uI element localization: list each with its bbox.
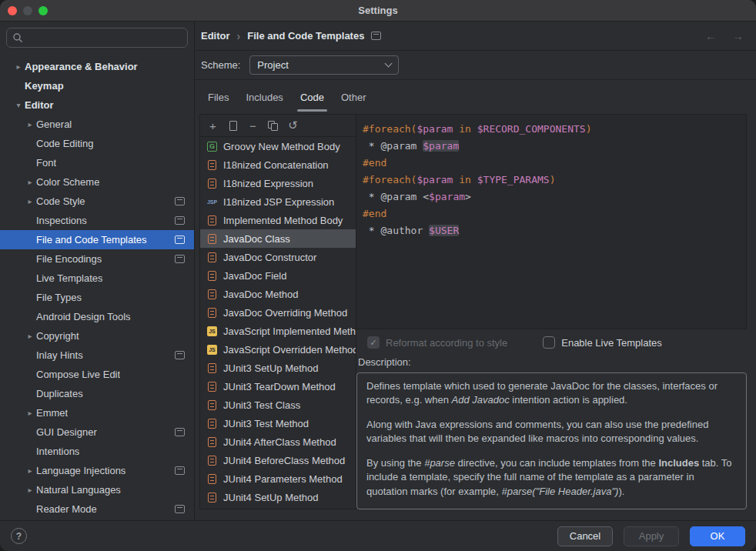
template-item-junit4-setup-method[interactable]: JUnit4 SetUp Method bbox=[200, 488, 356, 506]
sidebar-item-duplicates[interactable]: Duplicates bbox=[0, 384, 194, 403]
help-button[interactable]: ? bbox=[11, 528, 27, 544]
sidebar-item-editor[interactable]: ▾Editor bbox=[0, 95, 194, 115]
template-item-i18nized-concatenation[interactable]: I18nized Concatenation bbox=[200, 155, 356, 174]
chevron-right-icon[interactable]: ▸ bbox=[12, 62, 25, 71]
sidebar-item-font[interactable]: Font bbox=[0, 153, 194, 172]
sidebar-item-copyright[interactable]: ▸Copyright bbox=[0, 326, 194, 346]
template-item-junit3-setup-method[interactable]: JUnit3 SetUp Method bbox=[200, 359, 356, 377]
sidebar-item-code-style[interactable]: ▸Code Style bbox=[0, 192, 194, 211]
sidebar-item-gui-designer[interactable]: GUI Designer bbox=[0, 422, 194, 442]
search-input[interactable] bbox=[27, 32, 182, 45]
template-item-javadoc-overriding-method[interactable]: JavaDoc Overriding Method bbox=[200, 303, 356, 322]
sidebar-item-live-templates[interactable]: Live Templates bbox=[0, 269, 194, 288]
sidebar-item-inspections[interactable]: Inspections bbox=[0, 211, 194, 230]
forward-arrow-icon[interactable]: → bbox=[732, 29, 744, 42]
remove-template-button[interactable]: − bbox=[243, 117, 263, 134]
scheme-label: Scheme: bbox=[201, 59, 240, 71]
template-item-label: JUnit3 Test Class bbox=[223, 399, 300, 411]
tab-files[interactable]: Files bbox=[199, 80, 237, 114]
sidebar-item-label: File Types bbox=[36, 292, 82, 303]
settings-search[interactable] bbox=[6, 28, 188, 48]
template-item-junit4-afterclass-method[interactable]: JUnit4 AfterClass Method bbox=[200, 432, 356, 451]
sidebar-item-keymap[interactable]: Keymap bbox=[0, 76, 194, 95]
template-editor[interactable]: #foreach($param in $RECORD_COMPONENTS) *… bbox=[356, 114, 747, 329]
template-item-javadoc-class[interactable]: JavaDoc Class bbox=[200, 229, 356, 248]
sidebar-item-general[interactable]: ▸General bbox=[0, 115, 194, 134]
copy-template-button[interactable] bbox=[263, 117, 283, 134]
sidebar-item-file-types[interactable]: File Types bbox=[0, 288, 194, 307]
create-child-template-button[interactable] bbox=[223, 117, 243, 134]
sidebar-item-file-and-code-templates[interactable]: File and Code Templates bbox=[0, 230, 194, 249]
chevron-right-icon[interactable]: ▸ bbox=[24, 486, 36, 494]
breadcrumb-editor[interactable]: Editor bbox=[201, 30, 230, 42]
back-arrow-icon[interactable]: ← bbox=[705, 29, 717, 42]
chevron-right-icon[interactable]: ▸ bbox=[24, 409, 36, 417]
chevron-down-icon[interactable]: ▾ bbox=[12, 101, 25, 109]
template-item-javascript-implemented-method[interactable]: JSJavaScript Implemented Method bbox=[200, 322, 356, 340]
minimize-button[interactable] bbox=[23, 6, 32, 15]
template-item-i18nized-expression[interactable]: I18nized Expression bbox=[200, 174, 356, 192]
chevron-right-icon[interactable]: ▸ bbox=[24, 466, 36, 475]
zoom-button[interactable] bbox=[38, 6, 48, 15]
breadcrumb-separator-icon: › bbox=[237, 30, 241, 42]
sidebar-item-reader-mode[interactable]: Reader Mode bbox=[0, 499, 194, 519]
chevron-right-icon[interactable]: ▸ bbox=[24, 197, 36, 205]
dialog-body: ▸Appearance & BehaviorKeymap▾Editor▸Gene… bbox=[0, 22, 756, 520]
chevron-right-icon[interactable]: ▸ bbox=[24, 178, 36, 186]
reformat-label: Reformat according to style bbox=[386, 337, 507, 349]
sidebar-item-appearance-behavior[interactable]: ▸Appearance & Behavior bbox=[0, 57, 194, 76]
sidebar-item-compose-live-edit[interactable]: Compose Live Edit bbox=[0, 365, 194, 384]
sidebar-item-file-encodings[interactable]: File Encodings bbox=[0, 249, 194, 269]
per-project-settings-icon bbox=[175, 235, 185, 244]
close-button[interactable] bbox=[8, 6, 17, 15]
enable-live-templates-checkbox[interactable]: Enable Live Templates bbox=[543, 336, 662, 349]
chevron-right-icon[interactable]: ▸ bbox=[24, 332, 36, 340]
tab-includes[interactable]: Includes bbox=[237, 80, 291, 114]
template-item-javadoc-constructor[interactable]: JavaDoc Constructor bbox=[200, 248, 356, 266]
sidebar-item-inlay-hints[interactable]: Inlay Hints bbox=[0, 346, 194, 365]
cancel-button[interactable]: Cancel bbox=[557, 526, 613, 546]
template-icon bbox=[208, 437, 216, 447]
template-item-label: JavaDoc Method bbox=[223, 289, 299, 300]
reset-template-button[interactable]: ↺ bbox=[283, 117, 303, 134]
template-item-javadoc-field[interactable]: JavaDoc Field bbox=[200, 266, 356, 285]
sidebar-item-android-design-tools[interactable]: Android Design Tools bbox=[0, 307, 194, 326]
add-template-button[interactable]: + bbox=[203, 117, 222, 134]
sidebar-item-label: Editor bbox=[25, 99, 54, 111]
template-item-i18nized-jsp-expression[interactable]: JSPI18nized JSP Expression bbox=[200, 192, 356, 211]
template-icon bbox=[208, 456, 216, 466]
tab-code[interactable]: Code bbox=[292, 80, 333, 114]
template-item-implemented-method-body[interactable]: Implemented Method Body bbox=[200, 211, 356, 229]
sidebar-item-language-injections[interactable]: ▸Language Injections bbox=[0, 461, 194, 480]
sidebar-item-emmet[interactable]: ▸Emmet bbox=[0, 403, 194, 422]
chevron-right-icon[interactable]: ▸ bbox=[24, 120, 36, 129]
scheme-select[interactable]: Project bbox=[249, 55, 399, 75]
sidebar-item-label: Reader Mode bbox=[36, 503, 97, 515]
jsp-icon: JSP bbox=[206, 196, 218, 208]
sidebar-item-natural-languages[interactable]: ▸Natural Languages bbox=[0, 480, 194, 499]
template-item-label: Groovy New Method Body bbox=[223, 141, 340, 152]
template-icon bbox=[208, 363, 216, 373]
template-item-junit4-parameters-method[interactable]: JUnit4 Parameters Method bbox=[200, 469, 356, 488]
template-item-groovy-new-method-body[interactable]: GGroovy New Method Body bbox=[200, 137, 356, 155]
sidebar-item-intentions[interactable]: Intentions bbox=[0, 442, 194, 461]
template-item-junit3-test-class[interactable]: JUnit3 Test Class bbox=[200, 396, 356, 414]
chevron-down-icon bbox=[385, 60, 393, 68]
sidebar-item-code-editing[interactable]: Code Editing bbox=[0, 134, 194, 153]
template-item-junit3-test-method[interactable]: JUnit3 Test Method bbox=[200, 414, 356, 432]
ok-button[interactable]: OK bbox=[690, 526, 745, 546]
reformat-checkbox[interactable]: ✓ Reformat according to style bbox=[367, 336, 507, 349]
apply-button[interactable]: Apply bbox=[624, 526, 679, 546]
sidebar-item-label: GUI Designer bbox=[36, 426, 97, 438]
sidebar-item-label: General bbox=[36, 119, 72, 130]
template-item-junit3-teardown-method[interactable]: JUnit3 TearDown Method bbox=[200, 377, 356, 396]
template-item-label: JUnit3 TearDown Method bbox=[223, 381, 336, 392]
tab-other[interactable]: Other bbox=[333, 80, 375, 114]
sidebar-item-label: Copyright bbox=[36, 330, 79, 342]
sidebar-item-color-scheme[interactable]: ▸Color Scheme bbox=[0, 172, 194, 192]
template-item-javadoc-method[interactable]: JavaDoc Method bbox=[200, 285, 356, 303]
template-item-javascript-overridden-method[interactable]: JSJavaScript Overridden Method bbox=[200, 340, 356, 359]
footer: ? Cancel Apply OK bbox=[0, 520, 756, 551]
template-item-junit4-beforeclass-method[interactable]: JUnit4 BeforeClass Method bbox=[200, 451, 356, 469]
per-project-settings-icon bbox=[371, 32, 381, 40]
